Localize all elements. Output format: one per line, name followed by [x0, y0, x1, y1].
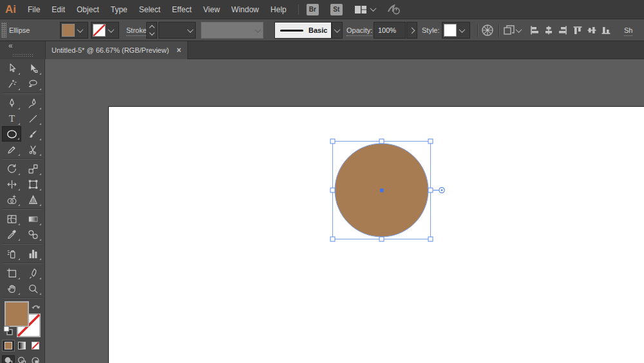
- brush-chevron-button[interactable]: [332, 22, 343, 39]
- symbol-sprayer-tool-icon[interactable]: [2, 246, 21, 261]
- artboard-tool-icon[interactable]: [2, 265, 21, 281]
- stroke-chevron-icon[interactable]: [106, 28, 116, 33]
- gradient-button[interactable]: [15, 340, 28, 351]
- draw-inside-button[interactable]: [29, 355, 42, 363]
- menu-item-object[interactable]: Object: [77, 5, 99, 14]
- menu-item-view[interactable]: View: [204, 5, 220, 14]
- tool-row: [0, 281, 44, 296]
- stock-button[interactable]: St: [330, 4, 343, 15]
- align-right-icon[interactable]: [558, 25, 568, 35]
- align-horizontal-center-icon[interactable]: [544, 25, 554, 35]
- type-tool-icon[interactable]: T: [2, 111, 21, 126]
- stroke-none-swatch[interactable]: [93, 24, 106, 37]
- gpu-performance-icon[interactable]: [387, 4, 402, 15]
- column-graph-tool-icon[interactable]: [23, 246, 43, 261]
- collapse-panel-icon[interactable]: «: [8, 41, 12, 50]
- toolbar-grip[interactable]: [12, 53, 33, 57]
- selection-tool-icon[interactable]: [2, 60, 21, 76]
- menu-item-file[interactable]: File: [28, 5, 40, 14]
- fill-color-swatch[interactable]: [62, 24, 75, 37]
- tool-row: [0, 211, 44, 227]
- curvature-tool-icon[interactable]: [23, 95, 43, 111]
- menu-item-window[interactable]: Window: [231, 5, 259, 14]
- style-chevron-icon[interactable]: [457, 28, 467, 33]
- fill-chevron-icon[interactable]: [75, 28, 85, 33]
- fill-color-control[interactable]: [60, 22, 88, 39]
- scissors-tool-icon[interactable]: [23, 142, 43, 157]
- opacity-label[interactable]: Opacity:: [346, 26, 372, 36]
- tab-close-icon[interactable]: ×: [176, 46, 181, 55]
- color-button[interactable]: [2, 340, 15, 351]
- ellipse-tool-icon[interactable]: [2, 126, 21, 142]
- tool-row: [0, 76, 44, 91]
- blend-tool-icon[interactable]: [23, 227, 43, 242]
- recolor-artwork-icon[interactable]: [481, 24, 494, 39]
- width-tool-icon[interactable]: [2, 176, 21, 192]
- menu-item-type[interactable]: Type: [111, 5, 128, 14]
- scale-tool-icon[interactable]: [23, 161, 43, 176]
- control-bar: Ellipse Stroke: Basic Opacity: 100%: [0, 19, 644, 41]
- graphic-style-dropdown[interactable]: [442, 22, 470, 39]
- pencil-tool-icon[interactable]: [2, 142, 21, 157]
- fill-stroke-indicator: [0, 300, 44, 363]
- menu-item-effect[interactable]: Effect: [172, 5, 191, 14]
- brush-definition-dropdown[interactable]: Basic: [274, 22, 332, 39]
- opacity-expand-button[interactable]: [406, 22, 417, 39]
- fill-indicator[interactable]: [5, 301, 29, 327]
- workspace-layout-icon[interactable]: [354, 5, 367, 15]
- lasso-tool-icon[interactable]: [23, 76, 43, 91]
- stroke-weight-stepper[interactable]: [146, 22, 157, 39]
- toolbar-separator: [3, 158, 42, 160]
- pen-tool-icon[interactable]: [2, 95, 21, 111]
- line-segment-tool-icon[interactable]: [23, 111, 43, 126]
- style-swatch[interactable]: [444, 24, 457, 37]
- perspective-grid-tool-icon[interactable]: [23, 192, 43, 207]
- align-left-icon[interactable]: [529, 25, 540, 35]
- align-top-icon[interactable]: [573, 25, 583, 35]
- style-label: Style:: [422, 19, 440, 41]
- align-bottom-icon[interactable]: [601, 25, 611, 35]
- tool-row: [0, 95, 44, 111]
- draw-behind-button[interactable]: [15, 355, 28, 363]
- stroke-weight-dropdown[interactable]: [158, 22, 196, 39]
- swap-fill-stroke-icon[interactable]: [32, 302, 41, 310]
- opacity-field[interactable]: 100%: [374, 22, 406, 39]
- bridge-button[interactable]: Br: [307, 4, 319, 15]
- slice-tool-icon[interactable]: [23, 265, 43, 281]
- paint-type-buttons: [2, 340, 42, 351]
- stroke-color-control[interactable]: [91, 22, 119, 39]
- main-menu: File Edit Object Type Select Effect View…: [28, 5, 298, 14]
- canvas-area[interactable]: [45, 59, 644, 363]
- paintbrush-tool-icon[interactable]: [23, 126, 43, 142]
- magic-wand-tool-icon[interactable]: [2, 76, 21, 91]
- stroke-label[interactable]: Stroke:: [126, 26, 149, 36]
- menu-item-help[interactable]: Help: [270, 5, 287, 14]
- hand-tool-icon[interactable]: [2, 281, 21, 296]
- toolbar-separator: [3, 263, 42, 264]
- document-tab[interactable]: Untitled-5* @ 66.67% (RGB/Preview) ×: [46, 41, 188, 59]
- brush-name: Basic: [308, 26, 327, 34]
- align-vertical-center-icon[interactable]: [587, 25, 597, 35]
- shape-label[interactable]: Sh: [624, 26, 632, 36]
- workspace-chevron-icon[interactable]: [371, 7, 375, 12]
- align-to-selection-dropdown[interactable]: [503, 24, 521, 36]
- mesh-tool-icon[interactable]: [2, 211, 21, 227]
- draw-normal-button[interactable]: [2, 355, 15, 363]
- opacity-value[interactable]: 100%: [374, 26, 396, 34]
- shape-builder-tool-icon[interactable]: [2, 192, 21, 207]
- zoom-tool-icon[interactable]: [23, 281, 43, 296]
- direct-selection-tool-icon[interactable]: [23, 60, 43, 76]
- color-swatch: [5, 342, 12, 349]
- controlbar-grip[interactable]: [1, 23, 6, 38]
- menu-item-select[interactable]: Select: [139, 5, 160, 14]
- eyedropper-tool-icon[interactable]: [2, 227, 21, 242]
- menu-item-edit[interactable]: Edit: [52, 5, 65, 14]
- gradient-tool-icon[interactable]: [23, 211, 43, 227]
- free-transform-tool-icon[interactable]: [23, 176, 43, 192]
- none-button[interactable]: [29, 340, 42, 351]
- rotate-tool-icon[interactable]: [2, 161, 21, 176]
- default-fill-stroke-icon[interactable]: [3, 326, 14, 336]
- stroke-weight-chevron-icon[interactable]: [185, 28, 195, 33]
- width-profile-dropdown-disabled: [201, 22, 263, 39]
- tool-row: [0, 246, 44, 261]
